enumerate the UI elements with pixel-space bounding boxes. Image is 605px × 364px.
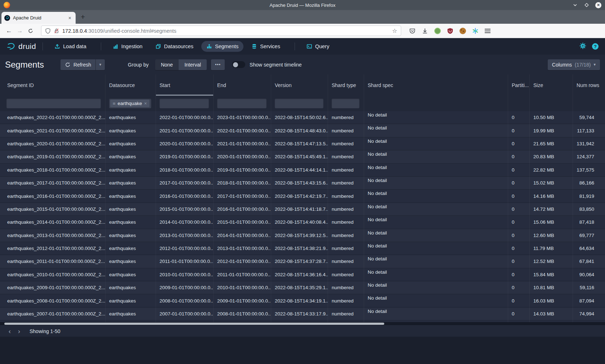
- downloads-icon[interactable]: [422, 28, 428, 34]
- col-header-size[interactable]: Size: [529, 74, 573, 96]
- cell-partition[interactable]: 0: [508, 281, 529, 294]
- cell-end[interactable]: 2012-01-01T00:00:00.0...: [213, 255, 271, 268]
- cell-partition[interactable]: 0: [508, 150, 529, 163]
- cell-partition[interactable]: 0: [508, 229, 529, 242]
- cell-segment-id[interactable]: earthquakes_2009-01-01T00:00:00.000Z_2..…: [0, 281, 105, 294]
- refresh-button[interactable]: Refresh ▾: [60, 59, 105, 70]
- help-icon[interactable]: ?: [592, 43, 599, 50]
- cell-version[interactable]: 2022-08-15T14:43:15.6...: [271, 177, 328, 190]
- cell-num-rows[interactable]: 74,994: [573, 308, 605, 320]
- cell-start[interactable]: 2021-01-01T00:00:00.0...: [156, 124, 213, 137]
- cell-start[interactable]: 2014-01-01T00:00:00.0...: [156, 216, 213, 229]
- cell-datasource[interactable]: earthquakes: [105, 229, 156, 242]
- shield-icon[interactable]: [45, 28, 51, 34]
- cell-version[interactable]: 2022-08-15T14:48:43.0...: [271, 124, 328, 137]
- filter-shard-type[interactable]: [332, 99, 359, 108]
- bookmark-star-icon[interactable]: ☆: [392, 27, 397, 34]
- cell-segment-id[interactable]: earthquakes_2012-01-01T00:00:00.000Z_2..…: [0, 242, 105, 255]
- table-row[interactable]: earthquakes_2015-01-01T00:00:00.000Z_2..…: [0, 203, 605, 216]
- cell-segment-id[interactable]: earthquakes_2017-01-01T00:00:00.000Z_2..…: [0, 177, 105, 190]
- cell-size[interactable]: 20.83 MB: [529, 150, 573, 163]
- cell-partition[interactable]: 0: [508, 137, 529, 150]
- cell-start[interactable]: 2008-01-01T00:00:00.0...: [156, 294, 213, 307]
- cell-num-rows[interactable]: 124,377: [573, 150, 605, 163]
- cell-size[interactable]: 14.03 MB: [529, 308, 573, 320]
- table-row[interactable]: earthquakes_2022-01-01T00:00:00.000Z_2..…: [0, 111, 605, 124]
- filter-datasource[interactable]: = earthquake ×: [109, 99, 151, 108]
- cell-partition[interactable]: 0: [508, 177, 529, 190]
- cell-shard-type[interactable]: numbered: [328, 294, 364, 307]
- cell-num-rows[interactable]: 131,942: [573, 137, 605, 150]
- cell-version[interactable]: 2022-08-15T14:41:18.7...: [271, 203, 328, 216]
- cell-num-rows[interactable]: 59,116: [573, 281, 605, 294]
- cell-version[interactable]: 2022-08-15T14:38:21.9...: [271, 242, 328, 255]
- cell-datasource[interactable]: earthquakes: [105, 124, 156, 137]
- col-header-num-rows[interactable]: Num rows: [573, 74, 605, 96]
- cell-datasource[interactable]: earthquakes: [105, 268, 156, 281]
- ublock-shield-icon[interactable]: [447, 28, 453, 34]
- cell-version[interactable]: 2022-08-15T14:34:19.1...: [271, 294, 328, 307]
- group-by-interval-button[interactable]: Interval: [179, 59, 207, 70]
- table-row[interactable]: earthquakes_2012-01-01T00:00:00.000Z_2..…: [0, 242, 605, 255]
- cell-version[interactable]: 2022-08-15T14:37:28.7...: [271, 255, 328, 268]
- cell-size[interactable]: 12.60 MB: [529, 229, 573, 242]
- cell-start[interactable]: 2007-01-01T00:00:00.0...: [156, 308, 213, 320]
- insecure-lock-icon[interactable]: [54, 28, 59, 34]
- cell-partition[interactable]: 0: [508, 124, 529, 137]
- table-row[interactable]: earthquakes_2017-01-01T00:00:00.000Z_2..…: [0, 177, 605, 190]
- cell-datasource[interactable]: earthquakes: [105, 177, 156, 190]
- col-header-version[interactable]: Version: [271, 74, 328, 96]
- close-window-icon[interactable]: ×: [595, 2, 601, 8]
- cell-end[interactable]: 2022-01-01T00:00:00.0...: [213, 124, 271, 137]
- cell-partition[interactable]: 0: [508, 111, 529, 124]
- nav-item-datasources[interactable]: Datasources: [151, 41, 198, 52]
- cell-size[interactable]: 10.81 MB: [529, 281, 573, 294]
- cell-size[interactable]: 11.79 MB: [529, 242, 573, 255]
- cell-shard-type[interactable]: numbered: [328, 177, 364, 190]
- nav-item-query[interactable]: Query: [301, 41, 335, 52]
- cell-datasource[interactable]: earthquakes: [105, 255, 156, 268]
- cell-shard-type[interactable]: numbered: [328, 255, 364, 268]
- cell-shard-type[interactable]: numbered: [328, 137, 364, 150]
- reload-button[interactable]: [25, 26, 36, 36]
- cell-datasource[interactable]: earthquakes: [105, 294, 156, 307]
- cell-datasource[interactable]: earthquakes: [105, 137, 156, 150]
- cell-end[interactable]: 2023-01-01T00:00:00.0...: [213, 111, 271, 124]
- nav-item-ingestion[interactable]: Ingestion: [108, 41, 148, 52]
- cell-version[interactable]: 2022-08-15T14:36:16.4...: [271, 268, 328, 281]
- table-row[interactable]: earthquakes_2018-01-01T00:00:00.000Z_2..…: [0, 164, 605, 177]
- cell-size[interactable]: 10.50 MB: [529, 111, 573, 124]
- cell-size[interactable]: 21.65 MB: [529, 137, 573, 150]
- cell-datasource[interactable]: earthquakes: [105, 308, 156, 320]
- cell-end[interactable]: 2019-01-01T00:00:00.0...: [213, 164, 271, 177]
- cell-size[interactable]: 15.02 MB: [529, 177, 573, 190]
- cell-segment-id[interactable]: earthquakes_2021-01-01T00:00:00.000Z_2..…: [0, 124, 105, 137]
- cell-size[interactable]: 16.03 MB: [529, 294, 573, 307]
- cell-version[interactable]: 2022-08-15T14:35:29.1...: [271, 281, 328, 294]
- nav-item-services[interactable]: Services: [246, 41, 285, 52]
- col-header-segment-id[interactable]: Segment ID: [0, 74, 105, 96]
- cell-segment-id[interactable]: earthquakes_2020-01-01T00:00:00.000Z_2..…: [0, 137, 105, 150]
- cell-datasource[interactable]: earthquakes: [105, 216, 156, 229]
- cell-datasource[interactable]: earthquakes: [105, 281, 156, 294]
- cell-shard-type[interactable]: numbered: [328, 281, 364, 294]
- cell-start[interactable]: 2020-01-01T00:00:00.0...: [156, 137, 213, 150]
- table-row[interactable]: earthquakes_2007-01-01T00:00:00.000Z_2..…: [0, 308, 605, 320]
- cell-version[interactable]: 2022-08-15T14:33:17.9...: [271, 308, 328, 320]
- cell-segment-id[interactable]: earthquakes_2019-01-01T00:00:00.000Z_2..…: [0, 150, 105, 163]
- cell-datasource[interactable]: earthquakes: [105, 150, 156, 163]
- cell-partition[interactable]: 0: [508, 242, 529, 255]
- cell-datasource[interactable]: earthquakes: [105, 111, 156, 124]
- cell-segment-id[interactable]: earthquakes_2010-01-01T00:00:00.000Z_2..…: [0, 268, 105, 281]
- prev-page-icon[interactable]: ‹: [5, 327, 14, 336]
- cell-start[interactable]: 2019-01-01T00:00:00.0...: [156, 150, 213, 163]
- cell-segment-id[interactable]: earthquakes_2008-01-01T00:00:00.000Z_2..…: [0, 294, 105, 307]
- cell-num-rows[interactable]: 59,744: [573, 111, 605, 124]
- cell-segment-id[interactable]: earthquakes_2016-01-01T00:00:00.000Z_2..…: [0, 190, 105, 203]
- cell-partition[interactable]: 0: [508, 255, 529, 268]
- filter-version[interactable]: [275, 99, 323, 108]
- cell-shard-type[interactable]: numbered: [328, 150, 364, 163]
- horizontal-scrollbar[interactable]: [0, 322, 605, 325]
- filter-chip-remove-icon[interactable]: ×: [144, 101, 147, 106]
- cell-num-rows[interactable]: 86,166: [573, 177, 605, 190]
